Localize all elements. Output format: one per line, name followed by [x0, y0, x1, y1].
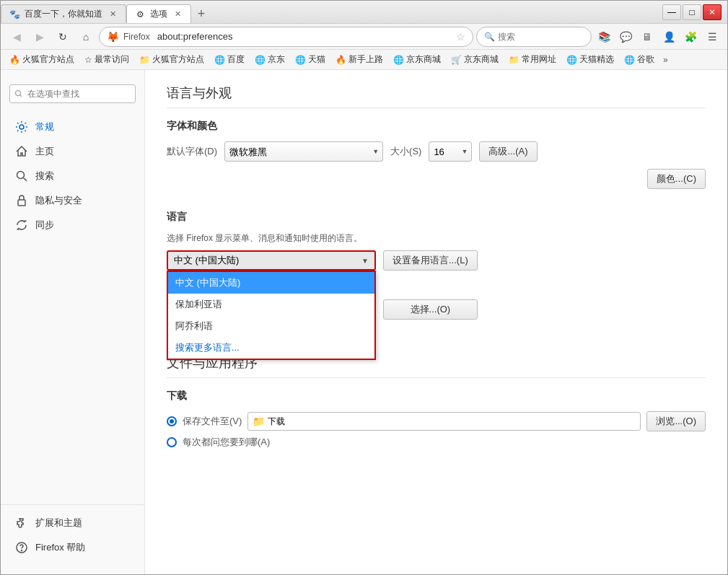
- colors-button[interactable]: 颜色...(C): [647, 169, 706, 189]
- dropdown-arrow-icon: ▼: [361, 257, 369, 265]
- sidebar-item-search[interactable]: 搜索: [1, 164, 144, 188]
- tab-options-close[interactable]: ✕: [172, 9, 183, 20]
- sidebar-item-search-label: 搜索: [35, 170, 54, 183]
- language-option-acholi[interactable]: 阿乔利语: [168, 315, 374, 337]
- bookmark-common[interactable]: 📁常用网址: [504, 52, 561, 67]
- address-bar[interactable]: 🦊 Firefox about:preferences ☆: [99, 27, 473, 47]
- ask-where-radio[interactable]: [167, 437, 177, 447]
- bookmark-google-label: 谷歌: [637, 53, 654, 66]
- sidebar-item-help[interactable]: Firefox 帮助: [1, 535, 144, 560]
- sidebar-item-sync[interactable]: 同步: [1, 213, 144, 237]
- save-to-radio[interactable]: [167, 416, 177, 426]
- sidebar-item-extensions-label: 扩展和主题: [35, 517, 82, 530]
- search-input[interactable]: [498, 32, 606, 42]
- language-dropdown-trigger[interactable]: 中文 (中国大陆) ▼: [167, 250, 376, 271]
- advanced-button[interactable]: 高级...(A): [479, 141, 537, 162]
- sidebar-item-general[interactable]: 常规: [1, 115, 144, 139]
- ask-where-label: 每次都问您要到哪(A): [183, 436, 270, 449]
- bookmark-fire-icon: 🔥: [9, 55, 20, 65]
- search-bar[interactable]: 🔍: [476, 27, 592, 47]
- bookmark-folder-icon: 📁: [139, 55, 150, 65]
- bookmark-huohuweb2-label: 火狐官方站点: [152, 53, 204, 66]
- svg-line-2: [24, 178, 27, 182]
- browse-button[interactable]: 浏览...(O): [646, 411, 706, 431]
- bookmark-tmallpick[interactable]: 🌐天猫精选: [562, 52, 618, 67]
- tab-baidu-close[interactable]: ✕: [107, 9, 118, 20]
- bookmark-tmall[interactable]: 🌐天猫: [291, 52, 330, 67]
- bookmark-huohuweb[interactable]: 🔥火狐官方站点: [5, 52, 79, 67]
- extensions-icon[interactable]: 🧩: [681, 27, 700, 46]
- forward-button[interactable]: ▶: [30, 27, 50, 47]
- save-to-group: 保存文件至(V) 📁 下载 浏览...(O): [167, 411, 706, 431]
- gear-icon: [15, 120, 28, 133]
- save-to-label: 保存文件至(V): [183, 415, 242, 428]
- prefs-search-input[interactable]: [9, 84, 136, 103]
- new-tab-button[interactable]: +: [191, 4, 211, 23]
- bookmark-jdshop[interactable]: 🛒京东商城: [447, 52, 503, 67]
- default-font-label: 默认字体(D): [167, 145, 217, 158]
- tab-baidu[interactable]: 🐾 百度一下，你就知道 ✕: [1, 4, 126, 23]
- menu-icon[interactable]: ☰: [703, 27, 722, 46]
- language-dropdown-container: 中文 (中国大陆) ▼ 中文 (中国大陆) 保加利亚语 阿乔利语 搜索更多语言.…: [167, 250, 376, 271]
- tab-baidu-icon: 🐾: [9, 9, 20, 20]
- monitor-icon[interactable]: 🖥: [638, 27, 657, 46]
- bookmark-newuser-icon: 🔥: [336, 55, 346, 65]
- bookmark-google-icon: 🌐: [624, 55, 635, 65]
- titlebar: 🐾 百度一下，你就知道 ✕ ⚙ 选项 ✕ + — □ ✕: [1, 1, 727, 24]
- language-buttons: 设置备用语言...(L) 选择...(O): [383, 250, 478, 320]
- bookmark-jd2[interactable]: 🌐京东商城: [389, 52, 445, 67]
- download-section-title: 下载: [167, 390, 706, 403]
- tab-options[interactable]: ⚙ 选项 ✕: [126, 4, 191, 23]
- font-form-group: 默认字体(D) 微软雅黑 大小(S) 16 高级...(A): [167, 141, 706, 162]
- home-button[interactable]: ⌂: [76, 27, 96, 47]
- font-size-select[interactable]: 16: [429, 141, 472, 162]
- bookmark-huohuweb2[interactable]: 📁火狐官方站点: [135, 52, 209, 67]
- content-area: 常规 主页 搜索: [1, 70, 727, 574]
- bookmark-huohuweb-label: 火狐官方站点: [22, 53, 74, 66]
- choose-language-button[interactable]: 选择...(O): [383, 299, 478, 320]
- close-button[interactable]: ✕: [703, 4, 722, 20]
- bookmark-star-icon[interactable]: ☆: [456, 31, 465, 43]
- sidebar-item-home-label: 主页: [35, 145, 54, 158]
- bookmark-newuser[interactable]: 🔥新手上路: [331, 52, 387, 67]
- sidebar: 常规 主页 搜索: [1, 70, 145, 574]
- bookmarks-more-button[interactable]: »: [660, 53, 671, 66]
- font-size-select-wrapper: 16: [429, 141, 472, 162]
- folder-icon: 📁: [253, 416, 265, 427]
- sidebar-item-extensions[interactable]: 扩展和主题: [1, 511, 144, 535]
- bookmark-baidu[interactable]: 🌐百度: [210, 52, 249, 67]
- bookmark-jd-icon: 🌐: [255, 55, 266, 65]
- lock-icon: [15, 194, 28, 207]
- bookmark-google[interactable]: 🌐谷歌: [620, 52, 659, 67]
- chat-icon[interactable]: 💬: [616, 27, 635, 46]
- tab-options-label: 选项: [150, 8, 167, 20]
- sidebar-item-home[interactable]: 主页: [1, 139, 144, 164]
- library-icon[interactable]: 📚: [595, 27, 613, 46]
- language-option-chinese[interactable]: 中文 (中国大陆): [168, 272, 374, 294]
- maximize-button[interactable]: □: [683, 4, 701, 20]
- puzzle-icon: [15, 517, 28, 530]
- bookmark-frequent[interactable]: ☆最常访问: [80, 52, 133, 67]
- main-settings-panel: 语言与外观 字体和颜色 默认字体(D) 微软雅黑 大小(S) 16 高级...(…: [145, 70, 727, 574]
- tab-options-icon: ⚙: [134, 9, 146, 20]
- language-dropdown-value: 中文 (中国大陆): [174, 254, 239, 267]
- minimize-button[interactable]: —: [662, 4, 681, 20]
- bookmark-tmall-label: 天猫: [308, 53, 325, 66]
- language-option-bulgarian[interactable]: 保加利亚语: [168, 294, 374, 315]
- account-icon[interactable]: 👤: [659, 27, 678, 46]
- sidebar-item-general-label: 常规: [35, 120, 54, 133]
- sidebar-bottom: 扩展和主题 Firefox 帮助: [1, 504, 144, 560]
- bookmark-jd[interactable]: 🌐京东: [250, 52, 289, 67]
- font-select[interactable]: 微软雅黑: [224, 141, 383, 162]
- search-more-languages[interactable]: 搜索更多语言...: [168, 337, 374, 359]
- bookmark-newuser-label: 新手上路: [348, 53, 383, 66]
- ask-where-group: 每次都问您要到哪(A): [167, 436, 706, 449]
- set-alt-language-button[interactable]: 设置备用语言...(L): [383, 250, 478, 271]
- language-section-title: 语言: [167, 211, 706, 224]
- browser-window: 🐾 百度一下，你就知道 ✕ ⚙ 选项 ✕ + — □ ✕ ◀ ▶ ↻ ⌂ 🦊 F…: [0, 0, 728, 575]
- back-button[interactable]: ◀: [6, 27, 27, 47]
- bookmark-common-icon: 📁: [509, 55, 519, 65]
- sidebar-item-privacy[interactable]: 隐私与安全: [1, 188, 144, 213]
- reload-button[interactable]: ↻: [53, 27, 73, 47]
- bookmark-jdshop-label: 京东商城: [464, 53, 499, 66]
